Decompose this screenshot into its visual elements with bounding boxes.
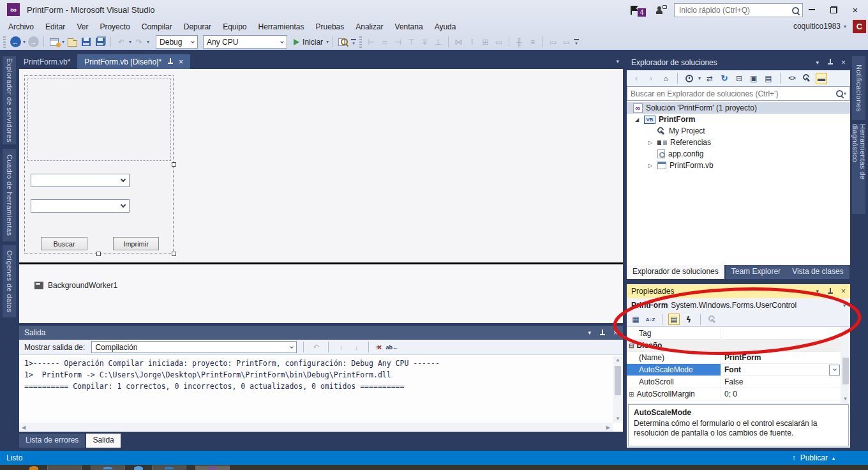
menu-editar[interactable]: Editar — [40, 21, 71, 33]
close-icon[interactable]: × — [613, 328, 618, 337]
solution-search-input[interactable] — [631, 89, 835, 98]
sidebar-tab-data-sources[interactable]: Orígenes de datos — [3, 245, 16, 317]
pin-icon[interactable] — [827, 288, 834, 295]
menu-depurar[interactable]: Depurar — [178, 21, 217, 33]
wrench-icon[interactable] — [801, 73, 812, 84]
scroll-down-icon[interactable]: ▼ — [843, 396, 848, 402]
tab-well-overflow-icon[interactable]: ▾ — [616, 58, 619, 64]
window-position-icon[interactable]: ▾ — [588, 330, 591, 336]
taskbar-icon[interactable] — [91, 466, 125, 470]
save-button[interactable] — [80, 35, 93, 49]
tab-team-explorer[interactable]: Team Explorer — [726, 265, 786, 279]
property-row-autoscroll[interactable]: AutoScroll False — [627, 376, 841, 388]
expand-property-icon[interactable]: ⊞ — [629, 391, 634, 398]
scrollbar-thumb[interactable] — [615, 366, 621, 395]
taskbar-icon[interactable] — [195, 466, 230, 470]
platform-dropdown[interactable]: Any CPU — [203, 35, 287, 49]
start-debug-button[interactable]: Iniciar ▾ — [294, 35, 329, 49]
menu-ayuda[interactable]: Ayuda — [429, 21, 462, 33]
taskbar-icon[interactable] — [152, 466, 186, 470]
property-row-autoscrollmargin[interactable]: ⊞ AutoScrollMargin 0; 0 — [627, 388, 841, 400]
save-all-button[interactable] — [94, 35, 107, 49]
property-row-autoscalemode[interactable]: AutoScaleMode Font — [627, 364, 841, 376]
account-menu[interactable]: coquitico1983 ▾ — [793, 22, 846, 31]
imprimir-button-control[interactable]: Imprimir — [113, 237, 159, 250]
chevron-down-icon[interactable]: ▾ — [843, 303, 846, 308]
window-position-icon[interactable]: ▾ — [816, 59, 819, 66]
tree-item-project[interactable]: ◢ VB PrintForm — [627, 114, 850, 125]
sidebar-tab-diagnostic-tools[interactable]: Herramientas de diagnóstico — [852, 124, 865, 214]
tree-item-references[interactable]: ▷ Referencias — [627, 137, 850, 148]
account-avatar[interactable]: C — [853, 20, 866, 33]
property-category-diseno[interactable]: ⊟ Diseño — [627, 340, 841, 352]
tree-item-solution[interactable]: ∞ Solución 'PrintForm' (1 proyecto) — [627, 102, 850, 114]
new-project-button[interactable] — [48, 35, 61, 49]
value-dropdown-button[interactable] — [829, 365, 840, 375]
refresh-icon[interactable]: ↻ — [719, 73, 730, 84]
tab-error-list[interactable]: Lista de errores — [19, 434, 85, 448]
quick-launch-input[interactable] — [677, 6, 791, 15]
taskbar-icon[interactable] — [29, 466, 38, 470]
taskbar-icon[interactable] — [134, 466, 143, 470]
property-row-tag[interactable]: Tag — [627, 328, 841, 340]
minimize-button[interactable] — [803, 3, 821, 17]
preview-selected-items-icon[interactable]: ▬ — [816, 73, 827, 84]
navigate-back-button[interactable]: ← — [9, 35, 22, 49]
tree-item-printform-vb[interactable]: ▷ PrintForm.vb — [627, 160, 850, 171]
properties-view-icon[interactable]: ▤ — [668, 314, 680, 325]
toolbar-overflow-button[interactable]: ▾ — [574, 39, 579, 45]
output-horizontal-scrollbar[interactable]: ◀ ▶ — [19, 423, 613, 432]
toolbar-overflow-button[interactable]: ▾ — [351, 39, 356, 45]
menu-compilar[interactable]: Compilar — [136, 21, 178, 33]
expander-collapsed-icon[interactable]: ▷ — [647, 163, 654, 169]
designer-surface[interactable]: Buscar Imprimir — [19, 69, 623, 262]
home-icon[interactable]: ⌂ — [660, 73, 671, 84]
chevron-down-icon[interactable]: ▾ — [698, 75, 701, 81]
taskbar-icon[interactable] — [47, 466, 82, 470]
solution-explorer-header[interactable]: Explorador de soluciones ▾ × — [627, 54, 850, 70]
find-in-files-button[interactable] — [337, 35, 350, 49]
scroll-down-icon[interactable]: ▼ — [615, 416, 620, 421]
menu-pruebas[interactable]: Pruebas — [310, 21, 350, 33]
clear-all-icon[interactable]: ≡× — [375, 342, 382, 352]
output-source-dropdown[interactable]: Compilación — [91, 341, 297, 353]
scrollbar-thumb[interactable] — [842, 358, 849, 384]
open-file-button[interactable] — [66, 35, 79, 49]
properties-window-icon[interactable]: ▤ — [763, 73, 774, 84]
property-row-name[interactable]: (Name) PrintForm — [627, 352, 841, 364]
pin-icon[interactable] — [599, 330, 606, 337]
show-all-files-icon[interactable]: ▣ — [748, 73, 760, 84]
usercontrol-design[interactable]: Buscar Imprimir — [24, 75, 174, 254]
combobox2-control[interactable] — [31, 199, 130, 213]
menu-analizar[interactable]: Analizar — [350, 21, 389, 33]
chevron-down-icon[interactable]: ▾ — [23, 39, 26, 45]
view-code-icon[interactable]: <> — [786, 73, 798, 84]
backgroundworker-component[interactable]: BackgroundWorker1 — [34, 281, 117, 290]
configuration-dropdown[interactable]: Debug — [156, 35, 198, 49]
pin-icon[interactable] — [827, 59, 834, 66]
property-grid-scrollbar[interactable]: ▲ ▼ — [841, 327, 850, 403]
publish-button[interactable]: ↑ Publicar ▴ — [792, 453, 835, 462]
tab-printform-code[interactable]: PrintForm.vb* — [17, 54, 77, 69]
close-icon[interactable]: × — [841, 287, 846, 296]
buscar-button-control[interactable]: Buscar — [41, 237, 87, 250]
menu-proyecto[interactable]: Proyecto — [94, 21, 135, 33]
chevron-down-icon[interactable]: ▾ — [844, 91, 846, 96]
resize-handle-corner[interactable] — [172, 252, 176, 256]
menu-herramientas[interactable]: Herramientas — [253, 21, 310, 33]
tree-item-my-project[interactable]: My Project — [627, 125, 850, 137]
collapse-all-icon[interactable]: ⊟ — [733, 73, 745, 84]
expander-collapsed-icon[interactable]: ▷ — [647, 140, 654, 146]
sidebar-tab-server-explorer[interactable]: Explorador de servidores — [3, 56, 16, 144]
collapse-category-icon[interactable]: ⊟ — [629, 342, 634, 349]
pin-icon[interactable] — [167, 58, 174, 65]
object-selector-dropdown[interactable]: PrintForm System.Windows.Forms.UserContr… — [627, 298, 850, 312]
toolbar-grip[interactable] — [3, 36, 6, 48]
output-panel-header[interactable]: Salida ▾ × — [19, 326, 623, 340]
tab-solution-explorer[interactable]: Explorador de soluciones — [627, 265, 724, 279]
menu-ventana[interactable]: Ventana — [389, 21, 429, 33]
tab-class-view[interactable]: Vista de clases — [786, 265, 849, 279]
sidebar-tab-toolbox[interactable]: Cuadro de herramientas — [3, 149, 16, 241]
windows-taskbar[interactable] — [0, 465, 868, 470]
scroll-up-icon[interactable]: ▲ — [843, 328, 848, 334]
